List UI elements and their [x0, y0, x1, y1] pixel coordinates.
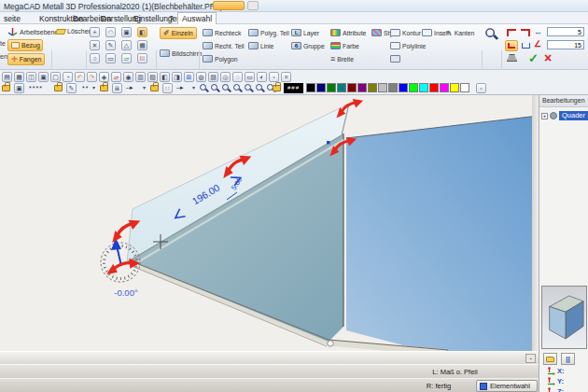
zoom-tool-icon[interactable]: [245, 84, 253, 92]
toolbar-icon[interactable]: ▢: [50, 72, 61, 82]
kante-flange-icon-1[interactable]: [507, 29, 516, 36]
toggle-icon[interactable]: △: [121, 40, 132, 50]
toggle-icon[interactable]: ✕: [90, 40, 100, 50]
color-swatch[interactable]: [399, 83, 408, 92]
tree-item-quader[interactable]: + Quader: [541, 111, 588, 120]
toolbar-icon[interactable]: ▥: [135, 72, 146, 82]
color-swatch[interactable]: [306, 83, 315, 92]
color-swatch[interactable]: [450, 83, 459, 92]
color-swatch[interactable]: [316, 83, 326, 92]
vertex-marker-blue[interactable]: [327, 141, 329, 144]
selektion-kontur[interactable]: Kontur: [390, 27, 421, 38]
lock-icon[interactable]: [273, 85, 281, 91]
tree-expand-icon[interactable]: +: [541, 113, 548, 119]
color-swatch[interactable]: [357, 83, 367, 92]
toolbar-icon[interactable]: ▫: [269, 72, 279, 82]
palette-end-icon[interactable]: ▫: [476, 83, 486, 93]
loeschen-button[interactable]: Löschen: [56, 28, 91, 35]
menu-item-einstellungen[interactable]: Einstellungen: [133, 14, 181, 23]
toolbar-icon[interactable]: ◎: [220, 72, 231, 82]
toolbar-icon[interactable]: ▭: [245, 72, 255, 82]
selektion-kanten[interactable]: ↖Kanten: [446, 27, 474, 38]
lock-icon[interactable]: [2, 85, 10, 91]
color-swatch[interactable]: [419, 83, 428, 92]
color-swatch[interactable]: [429, 83, 439, 92]
toggle-icon[interactable]: ▦: [137, 40, 147, 50]
chevron-down-icon[interactable]: ▾: [143, 84, 146, 91]
menu-item-help[interactable]: ?: [169, 14, 174, 23]
kante-angle-input[interactable]: [547, 40, 584, 49]
kante-width-icon[interactable]: ↔: [534, 27, 542, 36]
chevron-down-icon[interactable]: ▾: [92, 84, 95, 91]
zoom-tool-icon[interactable]: [222, 84, 231, 92]
layers-icon[interactable]: ≣: [112, 83, 122, 93]
pen-icon[interactable]: ✎: [66, 83, 77, 93]
vertex-marker-white[interactable]: [328, 341, 333, 346]
selektion-polyg-teil[interactable]: Polyg. Teil: [248, 27, 289, 38]
selektion-linie[interactable]: Linie: [248, 40, 273, 51]
toolbar-icon[interactable]: ▧: [147, 72, 158, 82]
linetype-preview[interactable]: ****: [29, 85, 43, 91]
color-swatch[interactable]: [347, 83, 357, 92]
kante-clamp-icon[interactable]: [522, 43, 530, 49]
toolbar-icon[interactable]: ▣: [14, 83, 24, 93]
face-right-blue[interactable]: [346, 116, 539, 351]
selektion-rechteck[interactable]: Rechteck: [203, 27, 241, 38]
toolbar-icon[interactable]: ↶: [75, 72, 85, 82]
toolbar-icon[interactable]: ◌: [232, 72, 243, 82]
toggle-icon[interactable]: ▣: [121, 27, 132, 37]
toolbar-icon[interactable]: ▱: [111, 72, 121, 82]
workspace-button[interactable]: [543, 353, 557, 365]
chevron-down-icon[interactable]: ▾: [192, 84, 195, 91]
color-hash-button[interactable]: ###: [284, 83, 303, 93]
selektion-gruppe[interactable]: 6Gruppe: [291, 40, 325, 51]
toolbar-icon[interactable]: ◨: [172, 72, 182, 82]
toolbar-icon[interactable]: ◍: [196, 72, 206, 82]
line-width-preview[interactable]: ‒▸: [176, 84, 183, 91]
zoom-tool-icon[interactable]: [256, 84, 264, 92]
preview-thumbnail[interactable]: [541, 286, 587, 349]
selektion-extra[interactable]: [390, 53, 400, 64]
toolbar-icon[interactable]: ◫: [26, 72, 36, 82]
zoom-tool-icon[interactable]: [211, 84, 219, 92]
toolbar-icon[interactable]: ≡: [281, 72, 291, 82]
arbeitsebene-button[interactable]: Arbeitsebene: [7, 27, 58, 37]
selektion-recht-teil[interactable]: Recht. Teil: [203, 40, 245, 51]
toolbar-icon[interactable]: ◐: [257, 72, 267, 82]
columns-button[interactable]: ||: [561, 353, 575, 365]
toolbar-icon[interactable]: ▨: [208, 72, 218, 82]
selektion-farbe[interactable]: Farbe: [330, 40, 359, 51]
color-swatch[interactable]: [378, 83, 387, 92]
ribbon-cropped-item-1[interactable]: te: [0, 40, 6, 47]
lock-icon[interactable]: [100, 85, 108, 91]
toggle-icon[interactable]: ▭: [105, 53, 116, 63]
toolbar-icon[interactable]: ◉: [123, 72, 133, 82]
toolbar-icon[interactable]: ▤: [2, 72, 12, 82]
toolbar-icon[interactable]: ◔: [63, 72, 73, 82]
lock-icon[interactable]: [54, 85, 63, 91]
toggle-icon[interactable]: ▱: [121, 53, 132, 63]
toggle-icon[interactable]: |||: [137, 53, 147, 63]
line-width-preview[interactable]: ‒▸: [126, 84, 133, 91]
color-swatch[interactable]: [440, 83, 449, 92]
toolbar-icon[interactable]: ▣: [38, 72, 49, 82]
elementwahl-button[interactable]: Elementwahl: [476, 380, 538, 392]
kante-ok-button[interactable]: ✓: [528, 51, 539, 65]
toggle-icon[interactable]: +: [90, 27, 100, 37]
toggle-icon[interactable]: ◠: [105, 27, 116, 37]
toolbar-icon[interactable]: ◧: [160, 72, 170, 82]
selektion-breite[interactable]: ≡Breite: [330, 53, 354, 64]
selektion-polylinie[interactable]: Polylinie: [390, 40, 426, 51]
toolbar-icon[interactable]: ▦: [14, 72, 24, 82]
color-swatch[interactable]: [337, 83, 346, 92]
bezug-button[interactable]: Bezug: [7, 39, 43, 51]
color-swatch[interactable]: [388, 83, 398, 92]
selektion-attribute[interactable]: Attribute: [330, 27, 366, 38]
splitter-collapse-button[interactable]: -: [525, 354, 536, 363]
selektion-layer[interactable]: LLayer: [291, 27, 319, 38]
linetype-preview-short[interactable]: **: [82, 85, 89, 91]
tab-auswahl[interactable]: Auswahl: [177, 12, 217, 24]
lock-icon[interactable]: [150, 85, 159, 91]
color-swatch[interactable]: [368, 83, 377, 92]
fangen-button[interactable]: ✛ Fangen: [7, 53, 45, 65]
